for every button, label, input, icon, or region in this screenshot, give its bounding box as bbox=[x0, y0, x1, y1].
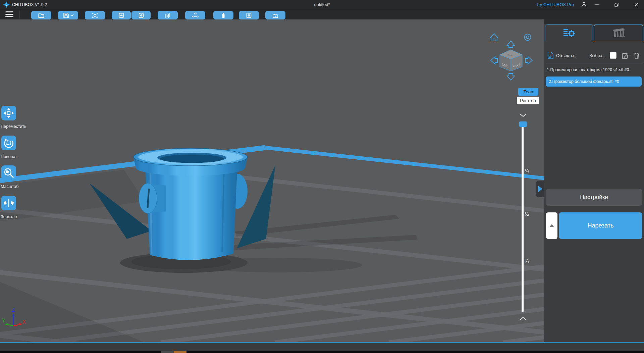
undo-button[interactable] bbox=[112, 11, 131, 19]
eye-icon bbox=[525, 34, 531, 41]
open-file-icon bbox=[38, 12, 45, 19]
main-menu-button[interactable] bbox=[5, 11, 13, 17]
restore-icon bbox=[614, 2, 619, 7]
minimize-button[interactable] bbox=[591, 0, 603, 9]
view-cube[interactable]: Left Front Top bbox=[500, 50, 522, 71]
resin-icon bbox=[220, 12, 227, 19]
taskbar-segment-active bbox=[174, 351, 186, 353]
rotate-left-arrow[interactable] bbox=[491, 57, 497, 64]
move-icon bbox=[2, 107, 15, 119]
open-file-button[interactable] bbox=[31, 11, 51, 19]
chevron-down-icon bbox=[70, 14, 74, 17]
mode-body-button[interactable]: Тело bbox=[518, 88, 538, 96]
tab-support[interactable] bbox=[594, 24, 643, 41]
mode-xray-button[interactable]: Рентген bbox=[517, 97, 539, 104]
model-bucket[interactable] bbox=[133, 148, 248, 260]
objects-header: Объекты: bbox=[556, 53, 575, 58]
select-all-checkbox[interactable] bbox=[610, 52, 616, 59]
chitubox-window: CHITUBOX V1.9.2 untitled* Try CHITUBOX P… bbox=[0, 0, 644, 353]
minimize-icon bbox=[594, 2, 600, 7]
slice-options-button[interactable] bbox=[546, 212, 557, 239]
home-view-button[interactable] bbox=[490, 34, 498, 41]
auto-layout-button[interactable] bbox=[185, 11, 205, 19]
panel-expander-button[interactable] bbox=[536, 181, 544, 197]
screenshot-icon bbox=[92, 12, 98, 19]
object-list-item[interactable]: 1.Прожекторная платформа 1920 ч1.stl #0 bbox=[547, 66, 642, 74]
tool-scale-label: Масштаб bbox=[1, 184, 18, 189]
axis-z-label: Z bbox=[12, 307, 15, 313]
save-button[interactable] bbox=[58, 11, 78, 19]
mirror-icon bbox=[2, 197, 15, 209]
panel-separator bbox=[545, 63, 643, 63]
triangle-up-icon bbox=[549, 224, 554, 227]
calibration-button[interactable] bbox=[239, 11, 259, 19]
trash-icon bbox=[634, 53, 639, 59]
taskbar-sliver bbox=[0, 351, 644, 353]
axis-x-label: X bbox=[22, 319, 26, 325]
viewport-3d[interactable] bbox=[0, 19, 544, 342]
slider-step-up-button[interactable] bbox=[520, 316, 527, 321]
tool-mirror-button[interactable] bbox=[1, 196, 16, 210]
view-navigation: Left Front Top bbox=[486, 29, 537, 84]
tool-rotate-label: Поворот bbox=[1, 154, 17, 159]
settings-button[interactable]: Настройки bbox=[546, 189, 642, 206]
close-button[interactable] bbox=[631, 0, 642, 9]
rotate-up-arrow[interactable] bbox=[507, 41, 515, 48]
save-icon bbox=[63, 12, 69, 19]
tool-scale-button[interactable] bbox=[1, 165, 16, 180]
axis-y-label: Y bbox=[2, 318, 6, 323]
slider-step-down-button[interactable] bbox=[520, 113, 527, 117]
redo-button[interactable] bbox=[131, 11, 151, 19]
expand-right-icon bbox=[538, 186, 542, 192]
resin-button[interactable] bbox=[213, 11, 233, 19]
model-rim bbox=[133, 148, 248, 176]
undo-icon bbox=[118, 12, 125, 19]
delete-button[interactable] bbox=[633, 52, 640, 59]
toolbar-separator bbox=[19, 10, 20, 18]
rename-button[interactable] bbox=[622, 52, 629, 59]
tool-rotate-button[interactable] bbox=[1, 136, 16, 150]
selected-header: Выбра... bbox=[589, 53, 606, 58]
account-button[interactable] bbox=[578, 0, 590, 9]
settings-tab-icon bbox=[562, 28, 576, 38]
cube-face-top-label: Top bbox=[507, 54, 513, 56]
try-pro-link[interactable]: Try CHITUBOX Pro bbox=[536, 0, 574, 9]
rotate-icon bbox=[2, 137, 15, 149]
title-bar: CHITUBOX V1.9.2 untitled* Try CHITUBOX P… bbox=[0, 0, 644, 9]
status-bar bbox=[0, 343, 644, 351]
screenshot-button[interactable] bbox=[85, 11, 105, 19]
user-icon bbox=[581, 2, 587, 8]
taskbar-segment bbox=[161, 351, 174, 353]
toolbox-button[interactable] bbox=[265, 11, 285, 19]
slice-button[interactable]: Нарезать bbox=[559, 212, 642, 239]
model-left-peg bbox=[139, 183, 166, 213]
tab-settings[interactable] bbox=[545, 24, 593, 41]
perspective-toggle-button[interactable] bbox=[525, 34, 531, 41]
chevron-up-icon bbox=[520, 317, 526, 320]
home-icon bbox=[490, 34, 498, 41]
app-title: CHITUBOX V1.9.2 bbox=[12, 0, 47, 9]
layer-slider-track[interactable] bbox=[522, 124, 524, 312]
restore-button[interactable] bbox=[611, 0, 622, 9]
slider-threequarter-label: ¾ bbox=[525, 258, 529, 264]
tool-mirror-label: Зеркало bbox=[1, 214, 17, 219]
document-icon bbox=[548, 52, 553, 59]
tool-move-label: Переместить bbox=[1, 124, 26, 129]
copy-icon bbox=[164, 12, 171, 19]
tool-move-button[interactable] bbox=[1, 106, 16, 120]
close-icon bbox=[634, 2, 639, 7]
chevron-down-icon bbox=[520, 114, 526, 116]
rotate-down-arrow[interactable] bbox=[507, 73, 515, 80]
calibration-icon bbox=[246, 12, 252, 19]
redo-icon bbox=[138, 12, 145, 19]
object-list-item-selected[interactable]: 2.Прожектор большой фонарь.stl #0 bbox=[546, 77, 642, 87]
scale-icon bbox=[2, 166, 15, 179]
app-logo-icon bbox=[3, 1, 10, 8]
copy-button[interactable] bbox=[158, 11, 178, 19]
rotate-right-arrow[interactable] bbox=[526, 57, 532, 64]
toolbox-icon bbox=[272, 12, 279, 19]
panel-top-strip bbox=[544, 19, 644, 24]
auto-layout-icon bbox=[192, 12, 199, 19]
layer-slider-handle[interactable] bbox=[519, 121, 527, 127]
support-tab-icon bbox=[611, 27, 626, 39]
